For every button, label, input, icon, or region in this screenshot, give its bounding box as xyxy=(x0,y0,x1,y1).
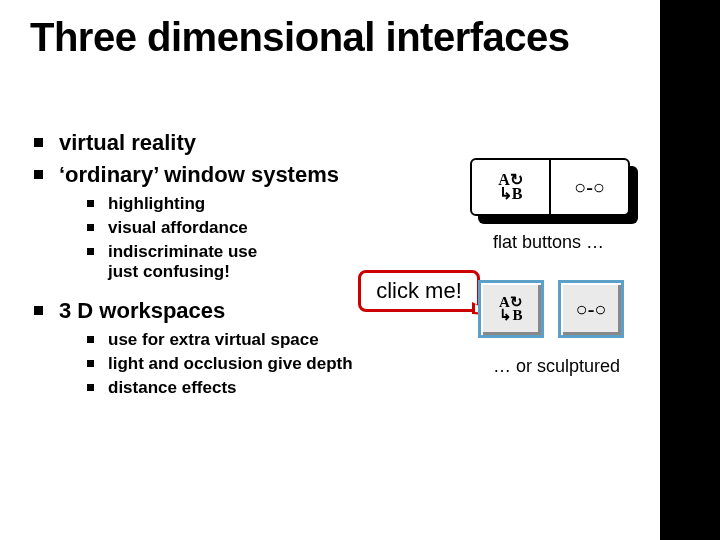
square-bullet-icon xyxy=(34,306,43,315)
flat-button-glasses[interactable]: ○-○ xyxy=(551,160,628,214)
square-bullet-icon xyxy=(87,224,94,231)
slide: Three dimensional interfaces virtual rea… xyxy=(0,0,720,540)
sub-bullet-text: use for extra virtual space xyxy=(108,330,319,350)
speech-text: click me! xyxy=(376,278,462,304)
glasses-icon: ○-○ xyxy=(576,299,607,319)
square-bullet-icon xyxy=(34,170,43,179)
panel: A↻ ↳B ○-○ xyxy=(470,158,630,216)
sculpt-button-ab[interactable]: A↻ ↳B xyxy=(478,280,544,338)
ab-swap-icon: A↻ ↳B xyxy=(499,295,523,323)
flat-button-ab[interactable]: A↻ ↳B xyxy=(472,160,549,214)
square-bullet-icon xyxy=(87,384,94,391)
square-bullet-icon xyxy=(34,138,43,147)
square-bullet-icon xyxy=(87,336,94,343)
slide-title: Three dimensional interfaces xyxy=(30,16,570,58)
sub-bullet-text: light and occlusion give depth xyxy=(108,354,353,374)
sub-bullet-text: visual affordance xyxy=(108,218,248,238)
sculpt-button-glasses[interactable]: ○-○ xyxy=(558,280,624,338)
bullet-text: 3 D workspaces xyxy=(59,298,225,323)
speech-bubble: click me! xyxy=(358,270,480,312)
bullet-text: ‘ordinary’ window systems xyxy=(59,162,339,187)
caption-flat: flat buttons … xyxy=(493,232,604,253)
glasses-icon: ○-○ xyxy=(574,177,605,197)
sub-bullet-text: just confusing! xyxy=(108,262,230,281)
illustration: A↻ ↳B ○-○ flat buttons … click me! xyxy=(340,150,680,410)
caption-sculptured: … or sculptured xyxy=(493,356,620,377)
square-bullet-icon xyxy=(87,360,94,367)
sculptured-buttons: A↻ ↳B ○-○ xyxy=(478,280,624,338)
ab-swap-icon: A↻ ↳B xyxy=(498,172,523,202)
bullet-text: virtual reality xyxy=(59,130,196,156)
sub-bullet-text: indiscriminate use xyxy=(108,242,257,261)
sub-bullet-text: distance effects xyxy=(108,378,237,398)
square-bullet-icon xyxy=(87,200,94,207)
square-bullet-icon xyxy=(87,248,94,255)
sub-bullet-text: highlighting xyxy=(108,194,205,214)
